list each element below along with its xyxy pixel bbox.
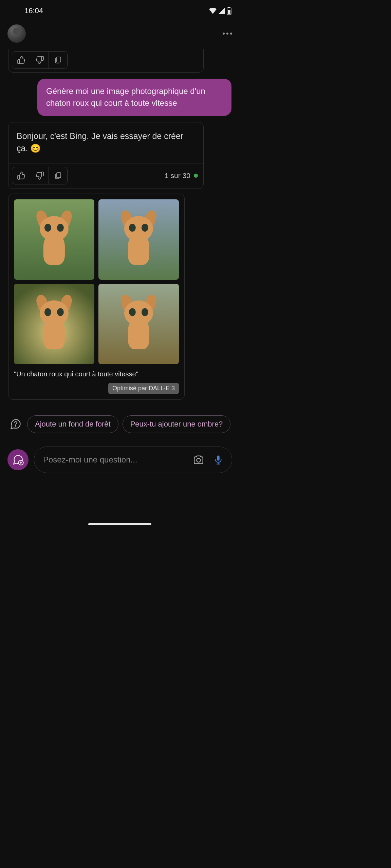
camera-button[interactable]: [191, 452, 206, 467]
thumbs-up-icon: [17, 56, 26, 64]
microphone-icon: [213, 454, 223, 466]
generated-image-2[interactable]: [98, 199, 179, 280]
like-button[interactable]: [12, 167, 31, 184]
thumbs-down-icon: [35, 171, 44, 180]
microphone-button[interactable]: [211, 452, 226, 467]
user-message: Génère moi une image photographique d'un…: [37, 79, 231, 116]
status-bar: 16:04: [0, 0, 240, 20]
ai-message: Bonjour, c'est Bing. Je vais essayer de …: [8, 122, 204, 189]
chat-question-icon: [10, 418, 22, 430]
battery-icon: [227, 7, 231, 15]
svg-point-7: [197, 458, 200, 462]
suggestion-2[interactable]: Peux-tu ajouter une ombre?: [123, 415, 231, 433]
home-indicator[interactable]: [88, 523, 151, 525]
thumbs-down-icon: [35, 56, 44, 64]
generated-image-1[interactable]: [14, 199, 94, 280]
thumbs-up-icon: [17, 171, 26, 180]
copy-icon: [54, 172, 62, 180]
suggestion-1[interactable]: Ajoute un fond de forêt: [27, 415, 118, 433]
svg-rect-2: [228, 10, 230, 14]
ai-message-text: Bonjour, c'est Bing. Je vais essayer de …: [8, 122, 203, 163]
help-button[interactable]: [8, 417, 23, 432]
camera-icon: [193, 454, 204, 466]
more-menu-icon[interactable]: [223, 33, 232, 35]
new-chat-button[interactable]: [7, 449, 29, 470]
wifi-icon: [209, 8, 217, 14]
svg-rect-3: [57, 57, 61, 62]
copy-button[interactable]: [49, 167, 67, 184]
composer: Posez-moi une question...: [0, 447, 240, 473]
svg-rect-8: [217, 456, 220, 461]
generated-image-3[interactable]: [14, 284, 94, 364]
chat-plus-icon: [12, 454, 24, 466]
svg-rect-4: [57, 173, 61, 178]
image-generation-card: "Un chaton roux qui court à toute vitess…: [8, 194, 185, 400]
ai-message-footer: 1 sur 30: [8, 163, 203, 189]
dalle-badge: Optimisé par DALL·E 3: [108, 383, 179, 394]
status-dot-icon: [194, 174, 198, 178]
image-caption: "Un chaton roux qui court à toute vitess…: [14, 370, 179, 378]
cellular-icon: [219, 8, 225, 14]
message-counter-wrap: 1 sur 30: [165, 172, 198, 180]
dislike-button[interactable]: [31, 52, 49, 68]
like-button[interactable]: [12, 52, 31, 68]
message-input[interactable]: Posez-moi une question...: [34, 447, 232, 473]
status-time: 16:04: [24, 6, 43, 15]
image-grid: [14, 199, 179, 364]
status-icons: [209, 7, 231, 15]
nav-bar: [0, 517, 240, 532]
generated-image-4[interactable]: [98, 284, 179, 364]
suggestions-row: Ajoute un fond de forêt Peux-tu ajouter …: [0, 415, 240, 433]
user-message-text: Génère moi une image photographique d'un…: [46, 86, 205, 107]
avatar[interactable]: [7, 24, 26, 43]
input-placeholder: Posez-moi une question...: [43, 455, 186, 465]
feedback-group: [12, 51, 68, 69]
previous-message-footer: [8, 49, 204, 73]
svg-point-5: [15, 426, 16, 426]
feedback-group: [12, 167, 68, 184]
message-counter: 1 sur 30: [165, 172, 190, 180]
copy-button[interactable]: [49, 52, 67, 68]
copy-icon: [54, 56, 62, 64]
dislike-button[interactable]: [31, 167, 49, 184]
header: [0, 20, 240, 49]
